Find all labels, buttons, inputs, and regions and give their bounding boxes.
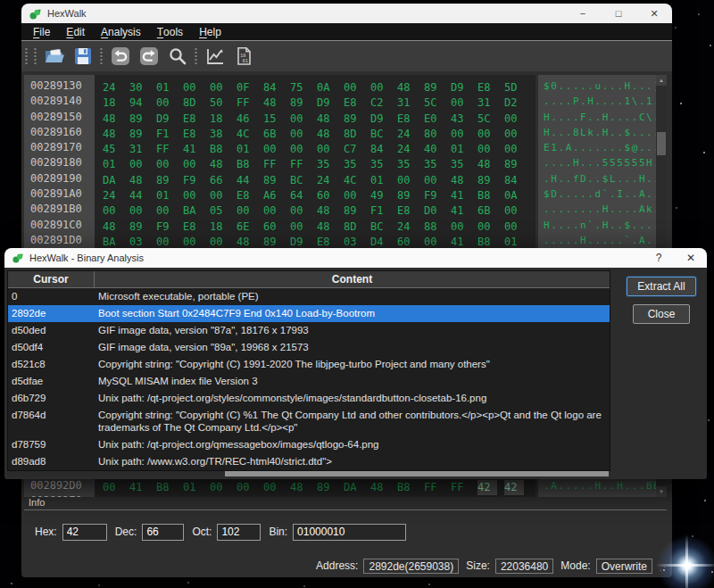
row-address: 00289190 [24,171,95,186]
floppy-disk-icon [72,46,94,67]
table-row[interactable]: d7864d Copyright string: "Copyright (C) … [8,407,610,436]
scrollbar-thumb[interactable] [657,132,666,155]
table-row[interactable]: d6b729 Unix path: /qt-project.org/styles… [8,390,610,407]
row-bytes[interactable]: 24300100000F84750A00004889D9E85D [95,79,538,94]
hex-row: 002891C0 4889F9E8186E6000488DBC248800000… [24,218,656,233]
hex-rows-top: 00289130 24300100000F84750A00004889D9E85… [24,79,656,248]
table-row[interactable]: d78759 Unix path: /qt-project.org/qmessa… [8,436,610,453]
row-ascii[interactable]: $D.....d`.I..A.. [538,186,656,202]
row-ascii[interactable]: H....n`.H..$.... [538,218,656,233]
cell-content: GIF image data, version "87a", 18176 x 1… [95,322,610,339]
statusbar-label: Size: [466,559,490,572]
redo-button[interactable] [137,45,161,69]
row-bytes[interactable]: 2444010000E8A66460004989F941B80A [95,186,538,202]
hex-row: 00289180 0100000048B8FFFF353535353535488… [24,155,656,170]
menu-item[interactable]: Analysis [93,23,149,40]
row-bytes[interactable]: BA030000004889D9E803D4600041B801 [95,233,538,248]
row-bytes[interactable]: 4889D9E8184615004889D9E8E0435C00 [95,110,538,125]
row-address: 00289130 [24,79,95,94]
dialog-close-button[interactable]: ✕ [675,248,707,268]
close-dialog-button[interactable]: Close [633,304,690,324]
table-row[interactable]: d5dfae MySQL MISAM index file Version 3 [8,373,610,390]
row-ascii[interactable]: E1.A.......$@... [538,140,656,155]
hexwalk-logo-icon [29,7,42,21]
menu-item-mnemonic: E [66,26,73,38]
info-groupbox-title: Info [29,497,45,508]
table-row[interactable]: 2892de Boot section Start 0x2484C7F9 End… [8,305,610,322]
maximize-button[interactable]: □ [601,4,636,23]
row-ascii[interactable]: ....H...555555H. [538,155,656,170]
cell-content: Boot section Start 0x2484C7F9 End 0x140 … [95,305,610,322]
search-button[interactable] [165,45,189,69]
info-field-input[interactable] [293,524,406,541]
info-field-input[interactable] [62,524,107,541]
minimize-button[interactable]: − [565,4,601,23]
cell-cursor: d50ded [8,322,95,339]
menu-item[interactable]: File [25,23,58,40]
menu-item-rest: ools [163,26,183,38]
table-header: Cursor Content [8,271,610,288]
line-chart-icon [204,46,226,67]
row-bytes[interactable]: 000000BA050000004889F1E8D0416B00 [95,202,538,217]
binary-analysis-button[interactable]: 10 01 [231,45,255,69]
horizontal-scrollbar[interactable] [7,471,610,476]
table-row[interactable]: 0 Microsoft executable, portable (PE) [8,288,610,305]
save-button[interactable] [71,45,95,69]
row-address: 00289150 [24,110,95,125]
row-ascii[interactable]: .H..fD..$L...H.. [538,171,656,186]
toolbar-separator [33,47,37,65]
undo-button[interactable] [108,45,132,69]
statusbar-value: 2892de(2659038) [363,559,459,574]
row-bytes[interactable]: 0041B8010000004889DA48B8FFFF4242 [95,478,538,493]
info-field-label: Dec: [115,526,137,538]
info-groupbox: Info Hex: Dec: Oct: B [24,497,667,551]
row-bytes[interactable]: 4889F1E8384C6B00488DBC2480000000 [95,125,538,140]
extract-all-button[interactable]: Extract All [627,277,696,296]
info-field-input[interactable] [217,524,261,541]
row-address: 002891C0 [24,218,95,233]
menu-item[interactable]: Edit [58,23,93,40]
row-bytes[interactable]: DA4889F9664489BC244C010000488984 [95,171,538,186]
cell-content: Unix path: /www.w3.org/TR/REC-html40/str… [95,453,610,470]
toolbar-handle[interactable] [24,47,29,65]
main-titlebar[interactable]: HexWalk − □ ✕ [21,4,672,23]
close-button[interactable]: ✕ [636,4,672,23]
row-bytes[interactable]: 1894008D50FF4889D9E8C2315C0031D2 [95,94,538,109]
row-ascii[interactable]: .....H.....`.A.. [538,233,656,248]
row-bytes[interactable]: 4531FF41B801000000C7842440010000 [95,140,538,155]
scroll-down-arrow-icon[interactable]: ▼ [656,486,667,497]
row-ascii[interactable]: H...8Lk.H..$.... [538,125,656,140]
analysis-table: Cursor Content 0 Microsoft executable, p… [7,270,610,471]
chart-button[interactable] [203,45,227,69]
row-ascii[interactable]: ....P.H....1\.1. [538,94,656,109]
open-file-button[interactable] [42,45,66,69]
row-ascii[interactable]: ........H....Ak. [538,202,656,217]
column-header-content[interactable]: Content [95,271,610,287]
info-groupbox-border [24,509,667,510]
table-row[interactable]: d89ad8 Unix path: /www.w3.org/TR/REC-htm… [8,453,610,470]
row-ascii[interactable]: H....F..H....C\. [538,110,656,125]
row-ascii[interactable]: $0.....u...H...] [538,79,656,94]
table-row[interactable]: d521c8 Copyright string: "Copyright (C) … [8,356,610,373]
row-bytes[interactable]: 4889F9E8186E6000488DBC2488000000 [95,218,538,233]
row-ascii[interactable]: .A.....H..H...BB [538,478,656,493]
table-row[interactable]: d50ded GIF image data, version "87a", 18… [8,322,610,339]
cell-content: Microsoft executable, portable (PE) [95,288,610,305]
statusbar-item: Size: 22036480 [466,559,553,574]
cell-content: Copyright string: "Copyright (C) 1991-20… [95,356,610,373]
dialog-help-button[interactable]: ? [643,248,675,268]
info-field: Bin: [269,524,406,541]
menu-item[interactable]: Tools [149,23,191,40]
menu-item-rest: elp [207,26,221,38]
dialog-titlebar[interactable]: HexWalk - Binary Analysis ? ✕ [4,248,707,268]
info-field-input[interactable] [142,524,184,541]
row-bytes[interactable]: 0100000048B8FFFF3535353535354889 [95,155,538,170]
hscrollbar-thumb[interactable] [225,471,609,476]
redo-icon [138,46,160,67]
table-row[interactable]: d50df4 GIF image data, version "89a", 19… [8,339,610,356]
menu-item[interactable]: Help [191,23,229,40]
row-address: 00289160 [24,125,95,140]
scroll-up-arrow-icon[interactable]: ▲ [656,75,667,86]
column-header-cursor[interactable]: Cursor [8,271,95,287]
menu-item-rest: ile [39,26,50,38]
